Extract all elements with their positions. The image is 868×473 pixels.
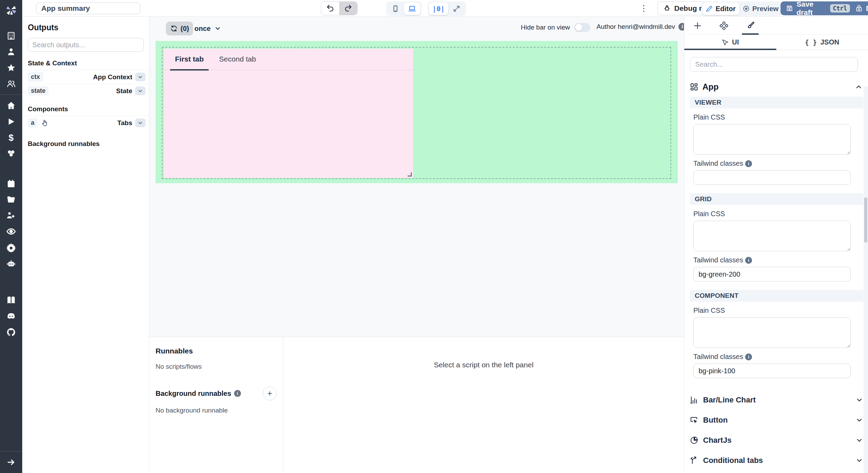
info-icon[interactable]: i (745, 160, 752, 167)
outputs-search-input[interactable] (28, 38, 144, 52)
star-icon[interactable] (0, 60, 22, 76)
save-icon (786, 5, 793, 12)
more-menu-button[interactable]: ⋮ (640, 2, 648, 15)
ctx-expand-chevron[interactable] (135, 73, 145, 81)
settings-gear-icon[interactable] (0, 239, 22, 255)
state-expand-chevron[interactable] (135, 87, 145, 95)
tab-first[interactable]: First tab (167, 48, 211, 70)
redo-button[interactable] (339, 1, 357, 15)
mobile-view-button[interactable] (387, 2, 404, 15)
deploy-button[interactable]: Deploy (850, 1, 868, 15)
info-icon[interactable]: i (745, 257, 752, 264)
plus-icon (693, 21, 702, 30)
add-background-runnable-button[interactable]: + (263, 386, 277, 400)
desktop-view-button[interactable] (404, 2, 420, 15)
state-type-label: State (116, 87, 132, 95)
app-grid-icon (690, 83, 698, 91)
tabs-header: First tab Second tab (164, 49, 413, 70)
hide-bar-toggle[interactable] (574, 23, 590, 32)
fullscreen-button[interactable] (448, 2, 465, 15)
undo-redo-group (321, 1, 358, 15)
scrollbar-thumb[interactable] (864, 197, 867, 243)
app-summary-input[interactable] (36, 2, 140, 14)
tab-second[interactable]: Second tab (211, 48, 264, 70)
style-row-conditional-tabs[interactable]: Conditional tabs (690, 452, 863, 468)
windmill-logo-icon[interactable] (5, 4, 17, 17)
folders-icon[interactable] (0, 191, 22, 207)
runs-icon[interactable] (0, 114, 22, 130)
chevron-down-icon (856, 416, 863, 424)
component-settings-tab[interactable] (711, 17, 737, 35)
insert-component-tab[interactable] (684, 17, 711, 35)
discord-icon[interactable] (0, 308, 22, 324)
audit-logs-icon[interactable] (0, 223, 22, 239)
output-row-ctx[interactable]: ctx App Context (22, 70, 149, 84)
workers-icon[interactable] (0, 207, 22, 223)
styling-tab[interactable] (737, 17, 763, 35)
state-badge: state (28, 86, 49, 96)
ai-bot-icon[interactable] (0, 255, 22, 271)
ctx-badge: ctx (28, 72, 43, 82)
windmill-app-editor: $ (0, 0, 868, 473)
select-script-hint: Select a script on the left panel (283, 337, 684, 393)
tab-json[interactable]: { } JSON (776, 35, 868, 50)
preview-tab[interactable]: Preview (739, 2, 782, 15)
pencil-icon (706, 5, 713, 12)
grid-tailwind-label: Tailwind classesi (693, 256, 868, 264)
styles-search-input[interactable] (690, 57, 858, 72)
component-tailwind-input[interactable] (693, 364, 851, 378)
app-section-header[interactable]: App (690, 82, 862, 92)
grid-tailwind-input[interactable] (693, 267, 851, 282)
docs-book-icon[interactable] (0, 292, 22, 308)
tab-ui[interactable]: UI (684, 35, 776, 50)
variables-icon[interactable]: $ (0, 130, 22, 146)
viewer-plain-css-textarea[interactable] (693, 124, 851, 155)
app-canvas-grid[interactable]: First tab Second tab (156, 41, 678, 183)
home-icon[interactable] (0, 98, 22, 114)
output-row-component-a[interactable]: a Tabs (22, 116, 149, 130)
component-plain-css-label: Plain CSS (693, 307, 868, 315)
style-row-button[interactable]: Button (690, 412, 863, 428)
workspace-icon[interactable] (0, 28, 22, 44)
chevron-up-icon (855, 83, 862, 91)
refresh-count: (0) (181, 25, 189, 33)
viewer-tailwind-input[interactable] (693, 170, 851, 185)
resources-icon[interactable] (0, 146, 22, 162)
bug-icon (663, 5, 671, 12)
user-icon[interactable] (0, 44, 22, 60)
output-row-state[interactable]: state State (22, 84, 149, 98)
style-row-chartjs[interactable]: ChartJs (690, 432, 863, 448)
style-row-barline-chart[interactable]: Bar/Line Chart (690, 392, 863, 408)
component-a-expand-chevron[interactable] (135, 119, 145, 127)
background-info-icon[interactable]: i (234, 390, 241, 397)
button-icon (690, 416, 698, 424)
author-label: Author henri@windmill.dev (596, 23, 675, 31)
app-section-title: App (702, 82, 851, 92)
sidebar-divider-bottom (0, 451, 22, 451)
undo-button[interactable] (321, 1, 339, 15)
tabs-component[interactable]: First tab Second tab (164, 49, 413, 178)
github-icon[interactable] (0, 324, 22, 340)
no-scripts-text: No scripts/flows (156, 363, 283, 370)
bar-chart-icon (690, 396, 698, 404)
editor-tab[interactable]: Editor (702, 2, 739, 15)
groups-icon[interactable] (0, 76, 22, 92)
save-draft-label: Save draft (796, 0, 827, 17)
runnables-list-column: Runnables No scripts/flows Background ru… (149, 337, 283, 473)
info-icon[interactable]: i (745, 353, 752, 360)
component-resize-handle[interactable] (408, 172, 412, 177)
deploy-save-icon (856, 5, 862, 12)
schedules-icon[interactable] (0, 176, 22, 191)
run-mode-dropdown[interactable]: once (194, 22, 221, 35)
grid-plain-css-textarea[interactable] (693, 221, 851, 251)
center-align-button[interactable]: |0| (429, 2, 448, 15)
state-context-header: State & Context (28, 59, 149, 67)
braces-icon: { } (805, 39, 817, 46)
panel-scrollbar[interactable] (863, 86, 868, 473)
refresh-runs-button[interactable]: (0) (166, 22, 193, 35)
branch-icon (690, 456, 698, 465)
collapse-arrow-icon[interactable] (0, 454, 22, 470)
component-plain-css-textarea[interactable] (693, 317, 851, 348)
outputs-panel: Outputs State & Context ctx App Context … (22, 17, 149, 473)
runnables-panel: Runnables No scripts/flows Background ru… (149, 337, 684, 473)
